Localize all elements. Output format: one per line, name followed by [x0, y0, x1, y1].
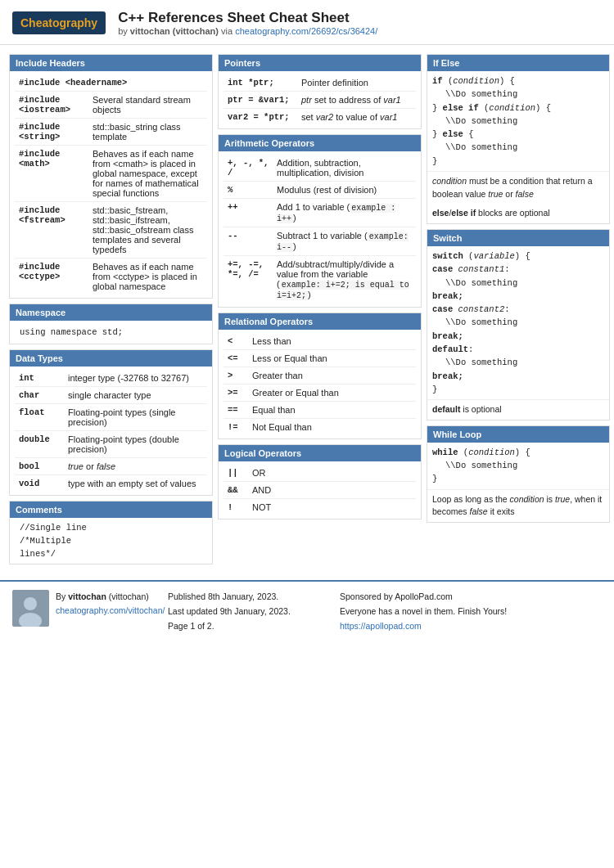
logical-body: || OR && AND ! NOT: [219, 461, 421, 519]
switch-line: switch (variable) {: [432, 250, 604, 263]
namespace-title: Namespace: [10, 304, 212, 321]
footer-sponsor-url[interactable]: https://apollopad.com: [340, 621, 422, 631]
arith-assign: +=, -=, *=, /=: [225, 259, 274, 280]
table-row: #include <fstream> std::basic_fstream, s…: [15, 202, 207, 259]
arithmetic-body: +, -, *, / Addition, subtraction, multip…: [219, 151, 421, 307]
table-row: #include <iostream> Several standard str…: [15, 92, 207, 119]
pointers-body: int *ptr; Pointer definition ptr = &var1…: [219, 71, 421, 128]
column-2: Pointers int *ptr; Pointer definition pt…: [215, 52, 424, 522]
table-row: char single character type: [15, 387, 207, 404]
ptr-val-code: var2 = *ptr;: [225, 111, 299, 123]
footer-sponsor: Sponsored by ApolloPad.com: [340, 590, 602, 605]
table-row: int integer type (-32768 to 32767): [15, 370, 207, 387]
if-body: \\Do something: [432, 88, 604, 101]
footer-author-url[interactable]: cheatography.com/vittochan/: [56, 605, 165, 615]
table-row: <= Less or Equal than: [223, 350, 416, 367]
break1-line: break;: [432, 290, 604, 303]
logo-ography: ography: [52, 16, 97, 29]
rel-gt-desc: Greater than: [250, 370, 414, 381]
else-if-line: } else if (condition) {: [432, 101, 604, 115]
include-string: #include <string>: [16, 121, 90, 142]
footer-author-info: By vittochan (vittochan) cheatography.co…: [56, 590, 165, 618]
if-else-note1: condition must be a condition that retur…: [427, 171, 609, 205]
logo-cheat: Cheat: [20, 16, 52, 29]
footer-right: Sponsored by ApolloPad.com Everyone has …: [340, 590, 602, 634]
type-int: int: [16, 372, 65, 384]
switch-section: Switch switch (variable) { case constant…: [427, 229, 610, 421]
type-char-desc: single character type: [65, 389, 205, 401]
include-headername: #include <headername>: [16, 77, 205, 88]
table-row: void type with an empty set of values: [15, 475, 207, 492]
pointers-title: Pointers: [219, 55, 421, 71]
logic-or-desc: OR: [250, 467, 414, 479]
rel-neq-desc: Not Equal than: [250, 421, 414, 433]
else-line: } else {: [432, 128, 604, 141]
if-else-code: if (condition) { \\Do something } else i…: [427, 71, 609, 171]
rel-eq: ==: [225, 404, 250, 416]
table-row: != Not Equal than: [223, 419, 416, 435]
avatar-svg: [12, 590, 49, 627]
include-fstream: #include <fstream>: [16, 205, 90, 226]
table-row: int *ptr; Pointer definition: [223, 74, 416, 92]
arith-decr-desc: Subtract 1 to variable (example: i--): [274, 230, 414, 253]
data-types-body: int integer type (-32768 to 32767) char …: [10, 367, 212, 495]
cheatography-link[interactable]: cheatography.com/26692/cs/36424/: [235, 26, 377, 36]
arith-incr-desc: Add 1 to variable (example : i++): [274, 201, 414, 224]
header: Cheatography C++ References Sheet Cheat …: [0, 0, 614, 45]
footer-author-name: By vittochan (vittochan): [56, 590, 165, 604]
namespace-section: Namespace using namespace std;: [9, 304, 213, 344]
case1-line: case constant1:: [432, 263, 604, 276]
table-row: > Greater than: [223, 367, 416, 385]
data-types-title: Data Types: [10, 350, 212, 367]
type-float-desc: Floating-point types (single precision): [65, 407, 205, 428]
column-1: Include Headers #include <headername> #i…: [7, 52, 215, 567]
namespace-using: using namespace std;: [15, 324, 207, 340]
switch-close: }: [432, 383, 604, 396]
include-headers-title: Include Headers: [10, 55, 212, 71]
table-row: #include <string> std::basic_string clas…: [15, 119, 207, 146]
type-bool-desc: true or false: [65, 461, 205, 472]
rel-gte-desc: Greater or Equal than: [250, 387, 414, 398]
arith-mod: %: [225, 184, 274, 196]
header-title: C++ References Sheet Cheat Sheet by vitt…: [118, 10, 377, 36]
if-else-title: If Else: [427, 55, 609, 71]
relational-body: < Less than <= Less or Equal than > Grea…: [219, 330, 421, 438]
type-void-desc: type with an empty set of values: [65, 478, 205, 489]
while-close: }: [432, 472, 604, 485]
type-double: double: [16, 434, 65, 445]
relational-title: Relational Operators: [219, 313, 421, 330]
table-row: ptr = &var1; ptr set to address of var1: [223, 92, 416, 109]
pointers-section: Pointers int *ptr; Pointer definition pt…: [218, 54, 422, 129]
include-headers-body: #include <headername> #include <iostream…: [10, 71, 212, 298]
table-row: < Less than: [223, 333, 416, 350]
footer-published: Published 8th January, 2023.: [168, 590, 332, 605]
arith-plus-desc: Addition, subtraction, multiplication, d…: [274, 157, 414, 178]
column-3: If Else if (condition) { \\Do something …: [424, 52, 612, 525]
comments-body: //Single line /*Multiple lines*/: [10, 518, 212, 564]
include-math: #include <math>: [16, 148, 90, 169]
ptr-addr-desc: ptr set to address of var1: [299, 94, 414, 106]
table-row: == Equal than: [223, 402, 416, 419]
table-row: ++ Add 1 to variable (example : i++): [223, 199, 416, 227]
type-float: float: [16, 407, 65, 418]
table-row: bool true or false: [15, 458, 207, 475]
while-body: \\Do something: [432, 459, 604, 472]
while-note: Loop as long as the condition is true, w…: [427, 489, 609, 523]
if-else-section: If Else if (condition) { \\Do something …: [427, 54, 610, 224]
logic-not: !: [225, 501, 250, 513]
main-content: Include Headers #include <headername> #i…: [0, 45, 614, 573]
include-headers-section: Include Headers #include <headername> #i…: [9, 54, 213, 299]
include-cctype-desc: Behaves as if each name from <cctype> is…: [90, 261, 205, 292]
type-char: char: [16, 389, 65, 401]
arithmetic-section: Arithmetic Operators +, -, *, / Addition…: [218, 134, 422, 308]
while-line: while (condition) {: [432, 446, 604, 459]
type-int-desc: integer type (-32768 to 32767): [65, 372, 205, 384]
comment-single: //Single line: [15, 521, 207, 534]
ptr-def-desc: Pointer definition: [299, 77, 414, 88]
arith-incr: ++: [225, 201, 274, 213]
include-iostream-desc: Several standard stream objects: [90, 94, 205, 115]
ptr-def-code: int *ptr;: [225, 77, 299, 88]
page-subtitle: by vittochan (vittochan) via cheatograph…: [118, 26, 377, 36]
logic-and: &&: [225, 484, 250, 496]
rel-lte-desc: Less or Equal than: [250, 353, 414, 364]
